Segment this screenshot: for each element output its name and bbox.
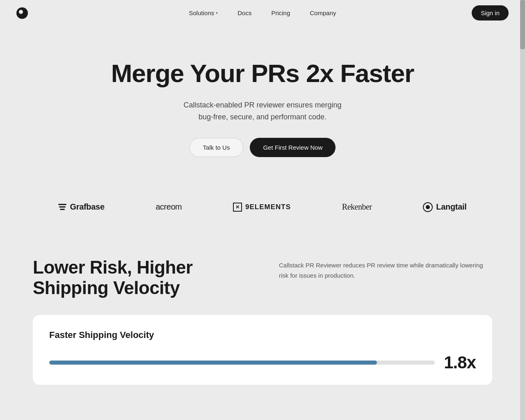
shipping-velocity-card: Faster Shipping Velocity 1.8x: [33, 315, 492, 385]
nav-pricing[interactable]: Pricing: [263, 6, 298, 20]
card-title: Faster Shipping Velocity: [49, 330, 476, 340]
9elements-label: 9ELEMENTS: [245, 203, 291, 211]
hero-heading: Merge Your PRs 2x Faster: [16, 59, 509, 88]
signin-button[interactable]: Sign in: [472, 5, 509, 21]
nav-logo[interactable]: [16, 7, 28, 19]
nav-solutions[interactable]: Solutions ▾: [181, 6, 226, 20]
scrollbar-thumb[interactable]: [520, 0, 525, 49]
grafbase-label: Grafbase: [70, 202, 104, 212]
rekenber-label: Rekenber: [342, 202, 372, 212]
nav-company[interactable]: Company: [301, 6, 344, 20]
nav-links: Solutions ▾ Docs Pricing Company: [181, 6, 345, 20]
lower-grid: Lower Risk, HigherShipping Velocity Call…: [33, 257, 492, 299]
hero-buttons: Talk to Us Get First Review Now: [16, 138, 509, 157]
logo-9elements: ✕ 9ELEMENTS: [233, 203, 291, 212]
logo-langtail: Langtail: [423, 202, 466, 212]
lower-heading-text: Lower Risk, HigherShipping Velocity: [33, 257, 246, 299]
progress-row: 1.8x: [49, 353, 476, 372]
progress-value: 1.8x: [443, 353, 476, 372]
hero-subheading: Callstack-enabled PR reviewer ensures me…: [16, 99, 509, 123]
get-first-review-button[interactable]: Get First Review Now: [250, 138, 336, 157]
progress-bar-container: [49, 361, 435, 365]
callstack-logo-icon: [16, 7, 28, 19]
lower-heading: Lower Risk, HigherShipping Velocity: [33, 257, 246, 299]
logo-acreom: acreom: [156, 202, 182, 212]
logo-rekenber: Rekenber: [342, 202, 372, 212]
chevron-down-icon: ▾: [216, 11, 218, 15]
9elements-icon: ✕: [233, 203, 242, 212]
lower-description: Callstack PR Reviewer reduces PR review …: [279, 257, 492, 281]
langtail-icon: [423, 202, 433, 212]
logo-grafbase: Grafbase: [58, 202, 104, 212]
logos-section: Grafbase acreom ✕ 9ELEMENTS Rekenber Lan…: [0, 182, 525, 233]
langtail-label: Langtail: [436, 202, 466, 212]
talk-to-us-button[interactable]: Talk to Us: [189, 138, 244, 157]
nav-docs[interactable]: Docs: [229, 6, 260, 20]
hero-section: Merge Your PRs 2x Faster Callstack-enabl…: [0, 26, 525, 182]
lower-description-text: Callstack PR Reviewer reduces PR review …: [279, 260, 492, 281]
progress-bar-fill: [49, 361, 377, 365]
acreom-label: acreom: [156, 202, 182, 212]
navbar: Solutions ▾ Docs Pricing Company Sign in: [0, 0, 525, 26]
lower-section: Lower Risk, HigherShipping Velocity Call…: [0, 233, 525, 385]
grafbase-icon: [58, 204, 66, 210]
scrollbar-track[interactable]: [520, 0, 525, 385]
